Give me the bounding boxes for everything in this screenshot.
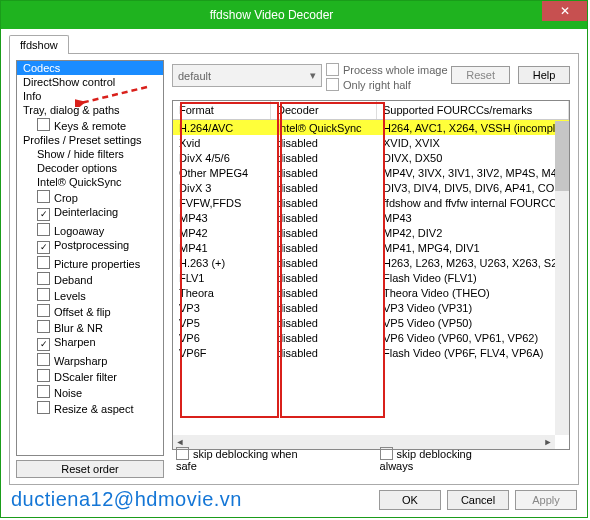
tree-item-label: DirectShow control [23,76,115,88]
cell-fmt: VP3 [173,300,271,315]
table-header: Format Decoder Supported FOURCCs/remarks [173,101,569,120]
preset-value: default [178,70,211,82]
table-row[interactable]: Other MPEG4disabledMP4V, 3IVX, 3IV1, 3IV… [173,165,569,180]
table-row[interactable]: H.264/AVCIntel® QuickSyncH264, AVC1, X26… [173,120,569,135]
cell-dec: disabled [271,285,377,300]
tree-item[interactable]: Levels [17,287,163,303]
close-button[interactable]: ✕ [542,1,587,21]
cell-fmt: MP41 [173,240,271,255]
table-row[interactable]: MP42disabledMP42, DIV2 [173,225,569,240]
tree-item[interactable]: Picture properties [17,255,163,271]
table-row[interactable]: VP6disabledVP6 Video (VP60, VP61, VP62) [173,330,569,345]
table-row[interactable]: FVFW,FFDSdisabledffdshow and ffvfw inter… [173,195,569,210]
cell-dec: Intel® QuickSync [271,120,377,135]
tree-item[interactable]: Info [17,89,163,103]
tree-item[interactable]: DScaler filter [17,368,163,384]
reset-button[interactable]: Reset [451,66,510,84]
tree-item-label: Profiles / Preset settings [23,134,142,146]
cell-fmt: Other MPEG4 [173,165,271,180]
tree-item[interactable]: ✓Deinterlacing [17,205,163,222]
cell-fmt: Xvid [173,135,271,150]
tree-item[interactable]: Blur & NR [17,319,163,335]
cell-fmt: VP6 [173,330,271,345]
checkbox-icon: ✓ [37,241,50,254]
cell-rem: Flash Video (FLV1) [377,270,569,285]
cell-fmt: MP42 [173,225,271,240]
header-format[interactable]: Format [173,101,271,119]
tree-item[interactable]: Profiles / Preset settings [17,133,163,147]
tree-item[interactable]: Deband [17,271,163,287]
table-row[interactable]: VP3disabledVP3 Video (VP31) [173,300,569,315]
tree-item[interactable]: ✓Sharpen [17,335,163,352]
cell-fmt: Theora [173,285,271,300]
cell-fmt: MP43 [173,210,271,225]
cell-rem: H263, L263, M263, U263, X263, S26… [377,255,569,270]
cell-dec: disabled [271,150,377,165]
tab-ffdshow[interactable]: ffdshow [9,35,69,54]
tree-item[interactable]: Noise [17,384,163,400]
only-right-half-checkbox[interactable]: Only right half [326,78,448,93]
table-row[interactable]: TheoradisabledTheora Video (THEO) [173,285,569,300]
titlebar: ffdshow Video Decoder ✕ [1,1,587,29]
checkbox-icon [37,401,50,414]
cell-fmt: FLV1 [173,270,271,285]
cell-dec: disabled [271,195,377,210]
table-row[interactable]: DivX 4/5/6disabledDIVX, DX50 [173,150,569,165]
cell-rem: ffdshow and ffvfw internal FOURCCs [377,195,569,210]
help-button[interactable]: Help [518,66,570,84]
header-decoder[interactable]: Decoder [271,101,377,119]
watermark-text: ductiena12@hdmovie.vn [11,488,242,511]
process-whole-image-checkbox[interactable]: Process whole image [326,63,448,78]
table-row[interactable]: H.263 (+)disabledH263, L263, M263, U263,… [173,255,569,270]
tree-item[interactable]: Warpsharp [17,352,163,368]
table-row[interactable]: MP41disabledMP41, MPG4, DIV1 [173,240,569,255]
table-row[interactable]: XviddisabledXVID, XVIX [173,135,569,150]
cancel-button[interactable]: Cancel [447,490,509,510]
cell-rem: MP41, MPG4, DIV1 [377,240,569,255]
tree-item[interactable]: Keys & remote [17,117,163,133]
scrollbar-thumb[interactable] [555,121,569,191]
checkbox-icon [37,272,50,285]
table-row[interactable]: DivX 3disabledDIV3, DIV4, DIV5, DIV6, AP… [173,180,569,195]
table-row[interactable]: VP5disabledVP5 Video (VP50) [173,315,569,330]
preset-dropdown[interactable]: default ▾ [172,64,322,87]
skip-deblocking-always-checkbox[interactable]: skip deblocking always [380,447,498,472]
tree-item-label: Info [23,90,41,102]
table-row[interactable]: FLV1disabledFlash Video (FLV1) [173,270,569,285]
skip-deblocking-safe-checkbox[interactable]: skip deblocking when safe [176,447,310,472]
tree-item[interactable]: Intel® QuickSync [17,175,163,189]
vertical-scrollbar[interactable] [555,121,569,435]
tree-item[interactable]: Tray, dialog & paths [17,103,163,117]
table-row[interactable]: MP43disabledMP43 [173,210,569,225]
tree-item[interactable]: Show / hide filters [17,147,163,161]
cell-fmt: VP6F [173,345,271,360]
cell-rem: VP3 Video (VP31) [377,300,569,315]
cell-rem: DIVX, DX50 [377,150,569,165]
tree-item[interactable]: Resize & aspect [17,400,163,416]
checkbox-icon [37,118,50,131]
tree-item[interactable]: Offset & flip [17,303,163,319]
tree-item-label: Resize & aspect [54,403,133,415]
ok-button[interactable]: OK [379,490,441,510]
checkbox-icon [176,447,189,460]
tree-item-label: Keys & remote [54,120,126,132]
window: ffdshow Video Decoder ✕ ffdshow CodecsDi… [0,0,588,518]
tree-item[interactable]: ✓Postprocessing [17,238,163,255]
tree-item[interactable]: Logoaway [17,222,163,238]
header-remarks[interactable]: Supported FOURCCs/remarks [377,101,569,119]
cell-rem: MP42, DIV2 [377,225,569,240]
tree-item-label: DScaler filter [54,371,117,383]
reset-order-button[interactable]: Reset order [16,460,164,478]
table-row[interactable]: VP6FdisabledFlash Video (VP6F, FLV4, VP6… [173,345,569,360]
tree-item[interactable]: Decoder options [17,161,163,175]
tree[interactable]: CodecsDirectShow controlInfoTray, dialog… [16,60,164,456]
apply-button[interactable]: Apply [515,490,577,510]
tree-item-label: Warpsharp [54,355,107,367]
tree-item[interactable]: Crop [17,189,163,205]
cell-rem: Theora Video (THEO) [377,285,569,300]
cell-fmt: VP5 [173,315,271,330]
tree-item[interactable]: Codecs [17,61,163,75]
checkbox-icon: ✓ [37,208,50,221]
tree-item[interactable]: DirectShow control [17,75,163,89]
cell-rem: MP4V, 3IVX, 3IV1, 3IV2, MP4S, M4S… [377,165,569,180]
